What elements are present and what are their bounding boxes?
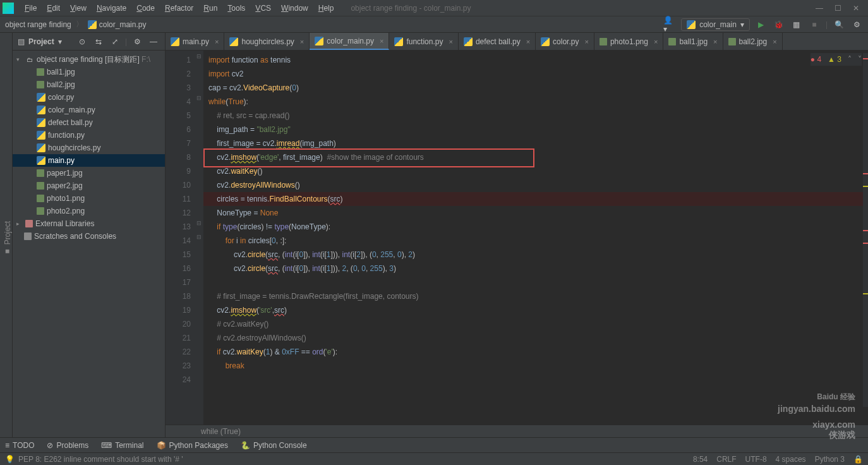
menu-window[interactable]: Window bbox=[277, 2, 313, 15]
menu-tools[interactable]: Tools bbox=[223, 2, 250, 15]
close-tab-icon[interactable]: × bbox=[380, 37, 383, 45]
status-bulb-icon[interactable]: 💡 bbox=[5, 455, 15, 464]
run-icon[interactable]: ▶ bbox=[755, 18, 768, 31]
menu-run[interactable]: Run bbox=[199, 2, 222, 15]
menu-edit[interactable]: Edit bbox=[42, 2, 64, 15]
menu-code[interactable]: Code bbox=[132, 2, 159, 15]
tree-file-label: main.py bbox=[48, 156, 75, 165]
editor-tab[interactable]: color.py× bbox=[536, 33, 594, 50]
file-encoding[interactable]: UTF-8 bbox=[745, 455, 767, 464]
tree-file[interactable]: paper1.jpg bbox=[13, 167, 165, 179]
bottom-tool-problems[interactable]: ⊘Problems bbox=[47, 441, 88, 450]
editor-tab[interactable]: photo1.png× bbox=[594, 33, 664, 50]
fold-gutter[interactable]: ⊟⊟⊟⊟ bbox=[195, 51, 203, 425]
python-file-icon bbox=[464, 37, 473, 46]
tool-label: Problems bbox=[56, 441, 88, 450]
close-tab-icon[interactable]: × bbox=[526, 38, 530, 45]
tree-file[interactable]: defect ball.py bbox=[13, 116, 165, 129]
indent-setting[interactable]: 4 spaces bbox=[776, 455, 806, 464]
main-menu: FileEditViewNavigateCodeRefactorRunTools… bbox=[20, 2, 338, 15]
navigation-bar: object range finding 〉 color_main.py 👤▾ … bbox=[0, 16, 868, 33]
collapse-icon[interactable]: ⤢ bbox=[109, 35, 121, 48]
editor-tab[interactable]: ball2.jpg× bbox=[723, 33, 783, 50]
tree-file[interactable]: paper2.jpg bbox=[13, 179, 165, 192]
add-user-icon[interactable]: 👤▾ bbox=[663, 18, 676, 31]
menu-vcs[interactable]: VCS bbox=[251, 2, 275, 15]
locate-icon[interactable]: ⊙ bbox=[76, 35, 88, 48]
chevron-down-icon[interactable]: ▾ bbox=[16, 56, 23, 63]
line-separator[interactable]: CRLF bbox=[716, 455, 736, 464]
project-drawer-icon[interactable]: ▤ bbox=[18, 37, 25, 46]
minimize-icon[interactable]: — bbox=[816, 4, 823, 13]
breadcrumb-project[interactable]: object range finding bbox=[5, 20, 71, 29]
bottom-tool-todo[interactable]: ≡TODO bbox=[5, 441, 34, 450]
editor-tab[interactable]: ball1.jpg× bbox=[663, 33, 723, 50]
tree-file[interactable]: color_main.py bbox=[13, 104, 165, 116]
close-tab-icon[interactable]: × bbox=[773, 38, 776, 45]
gear-icon[interactable]: ⚙ bbox=[131, 35, 143, 48]
tab-label: function.py bbox=[406, 37, 443, 46]
maximize-icon[interactable]: ☐ bbox=[835, 4, 841, 13]
code-editor[interactable]: ● 4 ▲ 3 ˄ ˅ 1234567891011121314151617181… bbox=[166, 51, 868, 425]
close-icon[interactable]: ✕ bbox=[853, 4, 859, 13]
breadcrumb-file[interactable]: color_main.py bbox=[99, 20, 147, 29]
tree-root[interactable]: ▾ 🗀 object range finding [目标测距] F:\ bbox=[13, 53, 165, 66]
bottom-tool-terminal[interactable]: ⌨Terminal bbox=[101, 441, 143, 450]
expand-icon[interactable]: ⇆ bbox=[92, 35, 105, 48]
code-crumb[interactable]: while (True) bbox=[201, 427, 241, 436]
editor-tab[interactable]: color_main.py× bbox=[310, 33, 389, 50]
editor-tab[interactable]: defect ball.py× bbox=[459, 33, 536, 50]
bottom-tool-python-console[interactable]: 🐍Python Console bbox=[241, 441, 307, 450]
menu-refactor[interactable]: Refactor bbox=[160, 2, 198, 15]
line-number-gutter[interactable]: 123456789101112131415161718192021222324 bbox=[166, 51, 195, 425]
lock-icon[interactable]: 🔒 bbox=[853, 455, 863, 464]
run-config-selector[interactable]: color_main ▾ bbox=[681, 18, 750, 31]
settings-icon[interactable]: ⚙ bbox=[850, 18, 863, 31]
debug-icon[interactable]: 🐞 bbox=[773, 18, 785, 31]
tool-tab-project[interactable]: ■ Project bbox=[3, 221, 12, 256]
editor-tab[interactable]: function.py× bbox=[389, 33, 458, 50]
editor-tab[interactable]: houghcircles.py× bbox=[224, 33, 310, 50]
menu-help[interactable]: Help bbox=[314, 2, 339, 15]
status-bar: 💡 PEP 8: E262 inline comment should star… bbox=[0, 452, 868, 465]
chevron-right-icon[interactable]: ▸ bbox=[16, 220, 23, 227]
menu-navigate[interactable]: Navigate bbox=[92, 2, 131, 15]
close-tab-icon[interactable]: × bbox=[654, 38, 658, 45]
tree-scratches[interactable]: Scratches and Consoles bbox=[13, 230, 165, 243]
tree-file[interactable]: main.py bbox=[13, 154, 165, 167]
menu-view[interactable]: View bbox=[66, 2, 91, 15]
left-tool-stripe: ■ ProjectStructureFavorites bbox=[0, 33, 13, 437]
tab-label: color.py bbox=[553, 37, 579, 46]
error-stripe[interactable] bbox=[863, 53, 868, 407]
bottom-tool-python-packages[interactable]: 📦Python Packages bbox=[157, 441, 228, 450]
editor-breadcrumb[interactable]: while (True) bbox=[166, 425, 868, 437]
tree-file[interactable]: function.py bbox=[13, 129, 165, 142]
close-tab-icon[interactable]: × bbox=[215, 38, 219, 45]
tree-external-libs[interactable]: ▸ External Libraries bbox=[13, 217, 165, 230]
menu-file[interactable]: File bbox=[20, 2, 41, 15]
tree-file[interactable]: ball2.jpg bbox=[13, 78, 165, 91]
tree-file[interactable]: ball1.jpg bbox=[13, 66, 165, 78]
interpreter[interactable]: Python 3 bbox=[815, 455, 845, 464]
project-tree[interactable]: ▾ 🗀 object range finding [目标测距] F:\ ball… bbox=[13, 51, 165, 437]
close-tab-icon[interactable]: × bbox=[713, 38, 717, 45]
image-file-icon bbox=[37, 195, 44, 202]
editor-tab[interactable]: main.py× bbox=[166, 33, 224, 50]
close-tab-icon[interactable]: × bbox=[584, 38, 588, 45]
caret-position[interactable]: 8:54 bbox=[693, 455, 708, 464]
tree-file[interactable]: photo1.png bbox=[13, 192, 165, 205]
image-file-icon bbox=[37, 207, 44, 215]
tree-file[interactable]: color.py bbox=[13, 91, 165, 104]
coverage-icon[interactable]: ▦ bbox=[790, 18, 803, 31]
tree-file[interactable]: photo2.png bbox=[13, 205, 165, 217]
code-content[interactable]: import function as tennisimport cv2cap =… bbox=[203, 51, 868, 425]
search-icon[interactable]: 🔍 bbox=[833, 18, 845, 31]
stop-icon[interactable]: ■ bbox=[808, 18, 821, 31]
chevron-down-icon[interactable]: ▾ bbox=[58, 37, 62, 46]
hide-icon[interactable]: — bbox=[147, 35, 160, 48]
close-tab-icon[interactable]: × bbox=[300, 38, 304, 45]
tree-file-label: defect ball.py bbox=[48, 118, 93, 127]
tree-file[interactable]: houghcircles.py bbox=[13, 142, 165, 154]
close-tab-icon[interactable]: × bbox=[449, 38, 452, 45]
breadcrumb[interactable]: object range finding 〉 color_main.py bbox=[5, 19, 146, 30]
